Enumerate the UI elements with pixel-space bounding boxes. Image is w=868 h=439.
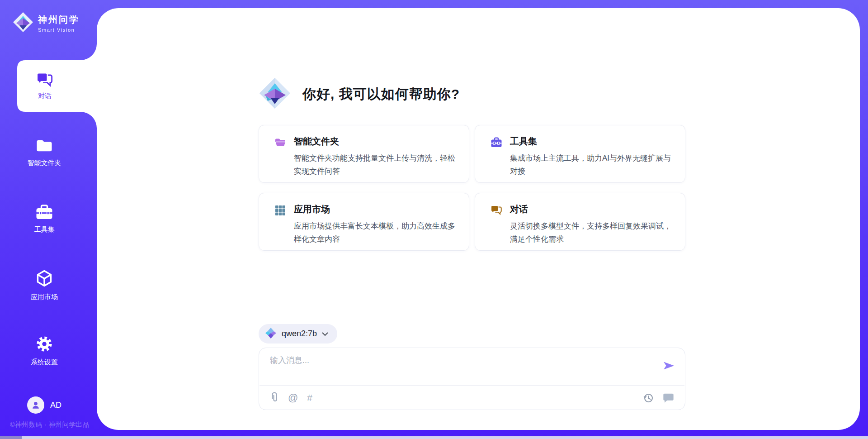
- avatar: [27, 396, 44, 414]
- greeting-row: 你好, 我可以如何帮助你?: [259, 77, 460, 111]
- card-description: 智能文件夹功能支持批量文件上传与清洗，轻松实现文件问答: [294, 152, 458, 178]
- sidebar-item-app-market[interactable]: 应用市场: [8, 269, 80, 301]
- brand-text: 神州问学 Smart Vision: [38, 14, 80, 33]
- model-name: qwen2:7b: [282, 329, 317, 339]
- sidebar-item-settings[interactable]: 系统设置: [8, 335, 80, 367]
- gear-icon: [36, 335, 53, 354]
- person-avatar-icon: [31, 400, 41, 410]
- card-chat[interactable]: 对话 灵活切换多模型文件，支持多样回复效果调试，满足个性化需求: [475, 193, 685, 251]
- chat-bubble-icon[interactable]: [663, 392, 674, 403]
- card-description: 应用市场提供丰富长文本模板，助力高效生成多样化文章内容: [294, 220, 458, 246]
- composer-toolbar: @ #: [270, 386, 674, 410]
- card-body: 应用市场 应用市场提供丰富长文本模板，助力高效生成多样化文章内容: [294, 203, 458, 250]
- card-body: 对话 灵活切换多模型文件，支持多样回复效果调试，满足个性化需求: [510, 203, 674, 250]
- toolbox-icon: [491, 137, 502, 182]
- at-sign-icon[interactable]: @: [288, 392, 298, 404]
- user-name: AD: [50, 401, 61, 410]
- feature-cards: 智能文件夹 智能文件夹功能支持批量文件上传与清洗，轻松实现文件问答 工具集 集成…: [259, 125, 685, 251]
- scrollbar-thumb[interactable]: [0, 436, 22, 439]
- cube-icon: [35, 269, 53, 289]
- message-composer: @ #: [259, 348, 685, 410]
- toolbox-icon: [35, 205, 53, 221]
- main-content-panel: 你好, 我可以如何帮助你? 智能文件夹 智能文件夹功能支持批量文件上传与清洗，轻…: [97, 8, 860, 430]
- brand-name-cn: 神州问学: [38, 14, 80, 26]
- folder-icon: [35, 138, 53, 155]
- card-body: 工具集 集成市场上主流工具，助力AI与外界无缝扩展与对接: [510, 135, 674, 182]
- card-description: 灵活切换多模型文件，支持多样回复效果调试，满足个性化需求: [510, 220, 674, 246]
- sidebar-item-label: 应用市场: [31, 293, 58, 301]
- chevron-down-icon: [322, 330, 328, 338]
- sidebar-item-toolset[interactable]: 工具集: [8, 205, 80, 234]
- card-smart-folder[interactable]: 智能文件夹 智能文件夹功能支持批量文件上传与清洗，轻松实现文件问答: [259, 125, 469, 183]
- greeting-text: 你好, 我可以如何帮助你?: [302, 85, 460, 104]
- paperclip-icon[interactable]: [270, 392, 279, 404]
- composer-right-icons: [643, 392, 674, 403]
- card-title: 应用市场: [294, 203, 458, 215]
- sidebar-item-label: 智能文件夹: [28, 159, 61, 167]
- card-title: 工具集: [510, 135, 674, 148]
- sidebar-item-smart-folder[interactable]: 智能文件夹: [8, 138, 80, 167]
- sidebar-item-label: 系统设置: [31, 358, 58, 367]
- folder-open-icon: [274, 137, 286, 182]
- card-body: 智能文件夹 智能文件夹功能支持批量文件上传与清洗，轻松实现文件问答: [294, 135, 458, 182]
- card-toolset[interactable]: 工具集 集成市场上主流工具，助力AI与外界无缝扩展与对接: [475, 125, 685, 183]
- model-selector[interactable]: qwen2:7b: [259, 324, 337, 344]
- chat-bubbles-icon: [491, 205, 502, 250]
- horizontal-scrollbar[interactable]: [0, 436, 868, 439]
- brand-logo: 神州问学 Smart Vision: [13, 12, 80, 34]
- gem-diamond-icon: [265, 327, 277, 341]
- card-title: 智能文件夹: [294, 135, 458, 148]
- copyright-footer: ©神州数码 · 神州问学出品: [10, 420, 90, 429]
- send-plane-icon[interactable]: [662, 360, 675, 371]
- history-icon[interactable]: [643, 392, 654, 403]
- card-app-market[interactable]: 应用市场 应用市场提供丰富长文本模板，助力高效生成多样化文章内容: [259, 193, 469, 251]
- sidebar-item-label: 对话: [38, 92, 52, 100]
- user-profile[interactable]: AD: [8, 396, 80, 414]
- composer-left-icons: @ #: [270, 392, 312, 404]
- message-input[interactable]: [270, 355, 650, 381]
- card-title: 对话: [510, 203, 674, 215]
- sidebar-item-chat[interactable]: 对话: [17, 60, 72, 112]
- gem-diamond-icon: [259, 77, 291, 111]
- brand-name-en: Smart Vision: [38, 27, 80, 33]
- hash-icon[interactable]: #: [307, 392, 312, 403]
- sidebar-item-label: 工具集: [34, 225, 55, 234]
- chat-bubbles-icon: [36, 72, 53, 89]
- grid-icon: [274, 205, 286, 250]
- gem-diamond-icon: [13, 12, 33, 34]
- card-description: 集成市场上主流工具，助力AI与外界无缝扩展与对接: [510, 152, 674, 178]
